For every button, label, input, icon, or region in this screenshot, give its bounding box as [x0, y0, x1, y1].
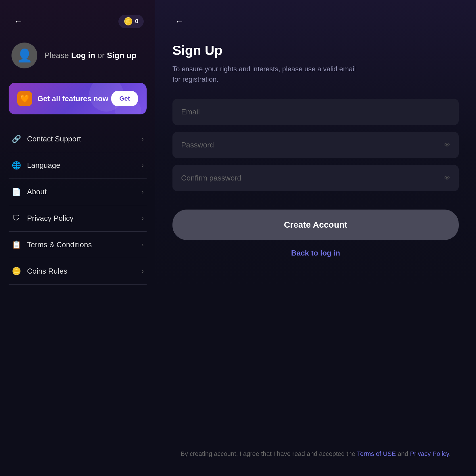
privacy-policy-label: Privacy Policy [27, 214, 74, 223]
email-field-container [172, 99, 459, 125]
right-top-bar: ← [172, 14, 459, 28]
banner-left: 🧡 Get all features now [17, 91, 108, 106]
avatar: 👤 [11, 43, 37, 68]
coins-badge: 🪙 0 [118, 15, 144, 28]
please-label: Please [44, 51, 69, 60]
language-icon: 🌐 [11, 161, 21, 170]
confirm-password-toggle-icon[interactable]: 👁 [444, 174, 450, 182]
menu-item-left: 🪙 Coins Rules [11, 267, 67, 276]
user-section: 👤 Please Log in or Sign up [0, 37, 155, 80]
menu-list: 🔗 Contact Support › 🌐 Language › 📄 About… [0, 126, 155, 285]
chevron-right-icon: › [142, 162, 144, 169]
banner-text: Get all features now [37, 94, 108, 103]
confirm-password-field-container: 👁 [172, 165, 459, 191]
password-input[interactable] [181, 141, 444, 149]
menu-item-left: 🔗 Contact Support [11, 135, 81, 143]
about-icon: 📄 [11, 187, 21, 196]
chevron-right-icon: › [142, 215, 144, 222]
left-panel: ← 🪙 0 👤 Please Log in or Sign up 🧡 Get a… [0, 0, 155, 476]
right-back-arrow-icon: ← [175, 16, 184, 27]
coins-rules-label: Coins Rules [27, 267, 67, 276]
menu-item-left: 📋 Terms & Conditions [11, 240, 92, 249]
about-label: About [27, 187, 47, 196]
signup-label[interactable]: Sign up [107, 51, 137, 60]
confirm-password-input[interactable] [181, 174, 444, 183]
menu-item-privacy-policy[interactable]: 🛡 Privacy Policy › [9, 205, 147, 232]
contact-support-label: Contact Support [27, 135, 81, 143]
language-label: Language [27, 161, 60, 170]
menu-item-language[interactable]: 🌐 Language › [9, 152, 147, 179]
create-account-button[interactable]: Create Account [172, 210, 459, 240]
coins-rules-icon: 🪙 [11, 267, 21, 276]
login-prompt-text: Please Log in or Sign up [44, 50, 137, 61]
menu-item-left: 🛡 Privacy Policy [11, 214, 74, 223]
menu-item-left: 📄 About [11, 187, 47, 196]
sign-up-title: Sign Up [172, 43, 459, 58]
menu-item-about[interactable]: 📄 About › [9, 179, 147, 205]
terms-conditions-icon: 📋 [11, 240, 21, 249]
get-premium-button[interactable]: Get [111, 91, 138, 106]
privacy-policy-icon: 🛡 [11, 214, 21, 223]
chevron-right-icon: › [142, 268, 144, 275]
or-label: or [97, 51, 105, 60]
menu-item-coins-rules[interactable]: 🪙 Coins Rules › [9, 258, 147, 285]
premium-banner[interactable]: 🧡 Get all features now Get [9, 83, 147, 114]
menu-item-contact-support[interactable]: 🔗 Contact Support › [9, 126, 147, 152]
chevron-right-icon: › [142, 188, 144, 196]
contact-support-icon: 🔗 [11, 135, 21, 143]
password-field-container: 👁 [172, 132, 459, 158]
heart-icon-container: 🧡 [17, 91, 32, 106]
and-text: and [398, 450, 408, 457]
coins-count: 0 [135, 18, 139, 25]
terms-of-use-link[interactable]: Terms of USE [357, 450, 396, 457]
password-toggle-icon[interactable]: 👁 [444, 141, 450, 149]
bottom-terms: By creating account, I agree that I have… [172, 449, 459, 459]
menu-item-left: 🌐 Language [11, 161, 60, 170]
menu-item-terms-conditions[interactable]: 📋 Terms & Conditions › [9, 232, 147, 258]
right-panel: ← Sign Up To ensure your rights and inte… [155, 0, 476, 476]
login-label[interactable]: Log in [71, 51, 95, 60]
left-back-arrow-icon: ← [14, 16, 23, 27]
left-top-bar: ← 🪙 0 [0, 0, 155, 37]
email-input[interactable] [181, 108, 450, 116]
left-back-button[interactable]: ← [11, 14, 25, 28]
bottom-prefix-text: By creating account, I agree that I have… [181, 450, 355, 457]
avatar-icon: 👤 [17, 48, 32, 63]
right-back-button[interactable]: ← [172, 14, 186, 28]
chevron-right-icon: › [142, 135, 144, 143]
heart-icon: 🧡 [20, 94, 29, 103]
sign-up-subtitle: To ensure your rights and interests, ple… [172, 64, 356, 85]
period: . [449, 450, 451, 457]
chevron-right-icon: › [142, 241, 144, 249]
coin-icon: 🪙 [124, 17, 133, 26]
terms-conditions-label: Terms & Conditions [27, 240, 92, 249]
back-to-login-link[interactable]: Back to log in [172, 249, 459, 258]
privacy-policy-link[interactable]: Privacy Policy [410, 450, 449, 457]
